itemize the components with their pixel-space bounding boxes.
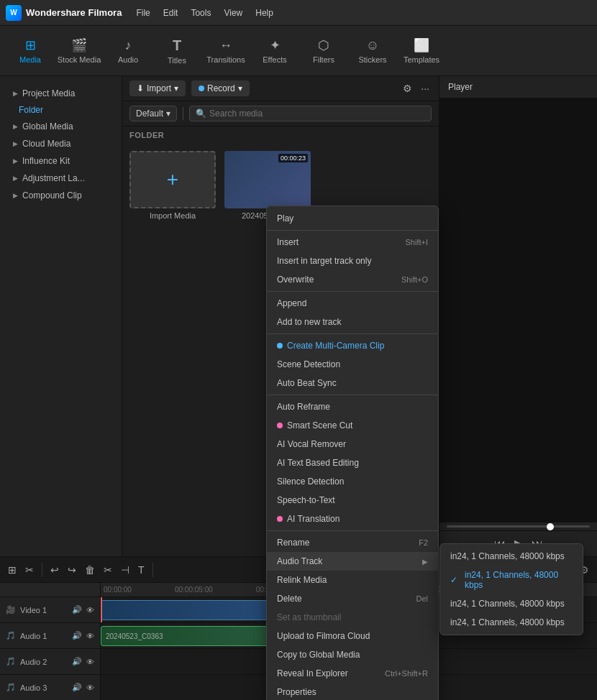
sidebar-item-project-media[interactable]: ▶ Project Media bbox=[7, 85, 114, 102]
ctx-audio-track-arrow: ▶ bbox=[422, 558, 428, 566]
menu-edit[interactable]: Edit bbox=[163, 8, 178, 18]
ctx-silence-detection[interactable]: Silence Detection bbox=[267, 472, 438, 491]
record-button[interactable]: Record ▾ bbox=[191, 80, 250, 96]
sidebar-item-influence-kit[interactable]: ▶ Influence Kit bbox=[7, 152, 114, 170]
tl-razor-button[interactable]: ✂ bbox=[23, 562, 36, 578]
ctx-add-track-label: Add to new track bbox=[277, 317, 341, 327]
ctx-play[interactable]: Play bbox=[267, 209, 438, 228]
ctx-scene-detection[interactable]: Scene Detection bbox=[267, 355, 438, 374]
ctx-upload-cloud[interactable]: Upload to Filmora Cloud bbox=[267, 627, 438, 645]
audio2-eye-icon: 👁 bbox=[86, 658, 94, 666]
submenu-item-2[interactable]: ✓ in24, 1 Channels, 48000 kbps bbox=[440, 566, 583, 594]
sidebar-global-label: Global Media bbox=[22, 121, 73, 132]
audio3-label: Audio 3 bbox=[20, 683, 68, 692]
submenu-item-4-label: in24, 1 Channels, 48000 kbps bbox=[450, 617, 565, 627]
tl-cut-button[interactable]: ✂ bbox=[101, 562, 114, 578]
tl-undo-button[interactable]: ↩ bbox=[48, 562, 61, 578]
tl-text-button[interactable]: T bbox=[136, 562, 147, 578]
import-button[interactable]: ⬇ Import ▾ bbox=[129, 80, 186, 96]
sidebar-item-cloud-media[interactable]: ▶ Cloud Media bbox=[7, 135, 114, 152]
menu-tools[interactable]: Tools bbox=[191, 8, 211, 18]
menu-view[interactable]: View bbox=[224, 8, 242, 18]
ctx-rename[interactable]: Rename F2 bbox=[267, 533, 438, 552]
ctx-speech-to-text[interactable]: Speech-to-Text bbox=[267, 491, 438, 510]
sidebar-item-global-media[interactable]: ▶ Global Media bbox=[7, 118, 114, 135]
import-thumb: + Import Media bbox=[129, 151, 216, 220]
sidebar-folder[interactable]: Folder bbox=[7, 102, 114, 118]
import-chevron: ▾ bbox=[174, 83, 178, 93]
toolbar-stickers[interactable]: ☺ Stickers bbox=[350, 29, 396, 73]
import-media-box[interactable]: + bbox=[129, 151, 216, 208]
ctx-ai-text[interactable]: AI Text Based Editing bbox=[267, 453, 438, 472]
ctx-smart-scene-cut[interactable]: Smart Scene Cut bbox=[267, 416, 438, 435]
toolbar-media[interactable]: ⊞ Media bbox=[7, 29, 53, 73]
track-label-audio2: 🎵 Audio 2 🔊 👁 bbox=[0, 649, 100, 675]
ctx-overwrite[interactable]: Overwrite Shift+O bbox=[267, 270, 438, 289]
ctx-properties[interactable]: Properties bbox=[267, 683, 438, 700]
tl-sep2 bbox=[152, 563, 153, 577]
ctx-reveal-explorer[interactable]: Reveal In Explorer Ctrl+Shift+R bbox=[267, 664, 438, 683]
video1-eye-icon: 👁 bbox=[86, 606, 94, 614]
ctx-ai-text-label: AI Text Based Editing bbox=[277, 458, 359, 468]
toolbar-effects[interactable]: ✦ Effects bbox=[252, 29, 298, 73]
ctx-auto-reframe[interactable]: Auto Reframe bbox=[267, 397, 438, 416]
player-slider-thumb[interactable] bbox=[547, 523, 554, 530]
tl-add-track-button[interactable]: ⊞ bbox=[6, 562, 19, 578]
submenu-item-4[interactable]: in24, 1 Channels, 48000 kbps bbox=[440, 613, 583, 632]
ctx-insert[interactable]: Insert Shift+I bbox=[267, 233, 438, 252]
sidebar-item-compound-clip[interactable]: ▶ Compound Clip bbox=[7, 187, 114, 204]
ctx-auto-beat-sync[interactable]: Auto Beat Sync bbox=[267, 374, 438, 392]
toolbar-transitions[interactable]: ↔ Transitions bbox=[203, 29, 249, 73]
ctx-append[interactable]: Append bbox=[267, 294, 438, 313]
ctx-speech-label: Speech-to-Text bbox=[277, 495, 335, 505]
toolbar-media-label: Media bbox=[19, 55, 41, 64]
ctx-insert-target[interactable]: Insert in target track only bbox=[267, 252, 438, 270]
tl-delete-button[interactable]: 🗑 bbox=[83, 562, 97, 578]
ctx-insert-label: Insert bbox=[277, 237, 298, 247]
ctx-ai-translation[interactable]: AI Translation bbox=[267, 510, 438, 528]
menu-file[interactable]: File bbox=[136, 8, 150, 18]
sidebar-project-media-label: Project Media bbox=[22, 88, 75, 98]
record-chevron: ▾ bbox=[238, 83, 242, 93]
audio1-eye-icon: 👁 bbox=[86, 632, 94, 640]
menu-bar: W Wondershare Filmora File Edit Tools Vi… bbox=[0, 0, 597, 26]
audio1-label: Audio 1 bbox=[20, 632, 68, 640]
ctx-translation-wrap: AI Translation bbox=[277, 514, 339, 524]
tl-split-button[interactable]: ⊣ bbox=[119, 562, 132, 578]
toolbar-audio-label: Audio bbox=[118, 55, 138, 64]
ctx-ai-vocal[interactable]: AI Vocal Remover bbox=[267, 435, 438, 453]
ctx-add-new-track[interactable]: Add to new track bbox=[267, 313, 438, 331]
filter-icon-button[interactable]: ⚙ bbox=[401, 80, 414, 96]
ctx-delete-shortcut: Del bbox=[416, 594, 428, 603]
ctx-sep2 bbox=[267, 291, 438, 292]
chevron-icon-4: ▶ bbox=[13, 157, 18, 165]
app-logo: W Wondershare Filmora bbox=[6, 5, 122, 21]
default-dropdown[interactable]: Default ▾ bbox=[129, 106, 177, 121]
toolbar-titles[interactable]: T Titles bbox=[154, 29, 200, 73]
ctx-scene-det-label: Scene Detection bbox=[277, 359, 340, 369]
search-box[interactable]: 🔍 bbox=[189, 106, 432, 121]
sidebar-item-adjustment[interactable]: ▶ Adjustment La... bbox=[7, 170, 114, 187]
toolbar-templates[interactable]: ⬜ Templates bbox=[398, 29, 445, 73]
ctx-ai-vocal-label: AI Vocal Remover bbox=[277, 439, 346, 449]
search-input[interactable] bbox=[209, 109, 425, 119]
player-slider-track[interactable] bbox=[447, 525, 590, 528]
tl-redo-button[interactable]: ↪ bbox=[65, 562, 78, 578]
menu-help[interactable]: Help bbox=[255, 8, 273, 18]
ctx-copy-global[interactable]: Copy to Global Media bbox=[267, 645, 438, 664]
toolbar-audio[interactable]: ♪ Audio bbox=[105, 29, 151, 73]
toolbar-filters[interactable]: ⬡ Filters bbox=[301, 29, 347, 73]
timeline-cursor bbox=[101, 597, 102, 622]
submenu-item-1[interactable]: in24, 1 Channels, 48000 kbps bbox=[440, 547, 583, 566]
ctx-delete[interactable]: Delete Del bbox=[267, 589, 438, 608]
ctx-audio-track[interactable]: Audio Track ▶ bbox=[267, 552, 438, 571]
more-options-button[interactable]: ··· bbox=[419, 80, 432, 96]
toolbar-stock-media[interactable]: 🎬 Stock Media bbox=[56, 29, 102, 73]
ctx-thumbnail-label: Set as thumbnail bbox=[277, 612, 341, 622]
submenu-item-3[interactable]: in24, 1 Channels, 48000 kbps bbox=[440, 594, 583, 613]
ctx-play-label: Play bbox=[277, 213, 293, 224]
submenu-item-1-label: in24, 1 Channels, 48000 kbps bbox=[450, 551, 565, 561]
clip1-box[interactable]: 00:00:23 bbox=[224, 151, 311, 208]
ctx-create-multicam[interactable]: Create Multi-Camera Clip bbox=[267, 336, 438, 355]
ctx-relink-media[interactable]: Relink Media bbox=[267, 571, 438, 589]
